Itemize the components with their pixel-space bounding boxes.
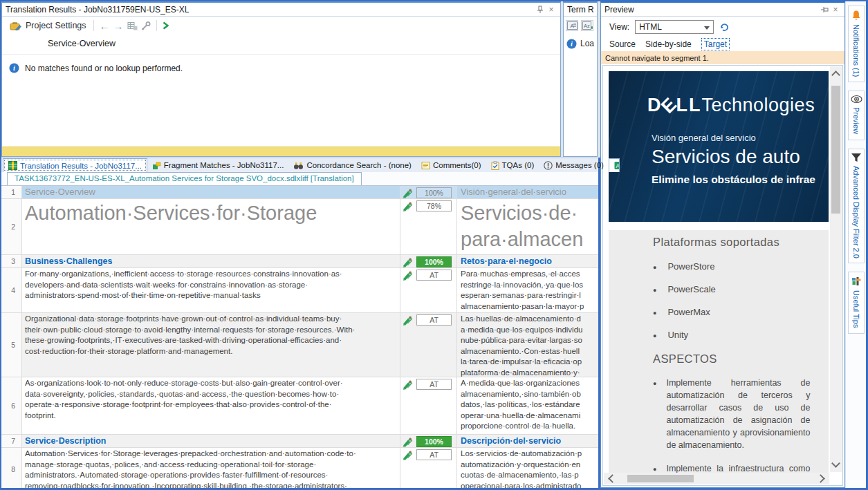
segment-number[interactable]: 2 — [1, 199, 22, 254]
project-settings-button[interactable]: Project Settings — [8, 20, 88, 31]
segment-number[interactable]: 4 — [1, 268, 22, 312]
preview-tab-target[interactable]: Target — [701, 38, 730, 50]
source-cell[interactable]: Automation·Services·for·Storage — [22, 199, 400, 254]
toolbar-separator — [156, 20, 157, 31]
tab-comments[interactable]: Comments(0) — [416, 158, 486, 172]
scroll-right-icon[interactable] — [816, 474, 825, 483]
vertical-scroll-thumb[interactable] — [831, 86, 840, 214]
bullet-icon: ● — [653, 332, 656, 341]
preview-vertical-scrollbar[interactable] — [830, 66, 842, 472]
horizontal-scroll-thumb[interactable] — [627, 475, 694, 482]
preview-tab-source[interactable]: Source — [609, 39, 636, 49]
tab-messages[interactable]: Messages (0) — [539, 158, 609, 172]
refresh-icon[interactable] — [719, 22, 730, 32]
draft-pencil-icon — [403, 450, 414, 460]
source-cell[interactable]: Automation·Services·for·Storage·leverage… — [22, 448, 400, 488]
side-tab-notifications-1[interactable]: Notifications (1) — [848, 6, 865, 82]
preview-title: Preview — [604, 5, 819, 15]
tab-label: Translation Results - JobNo3117... — [20, 162, 142, 170]
segment-number[interactable]: 3 — [1, 255, 22, 267]
preview-panel: Preview × View: HTML SourceSide-by-sideT… — [600, 1, 845, 488]
preview-toolbar: View: HTML — [601, 17, 844, 37]
draft-pencil-icon — [403, 257, 414, 267]
target-cell[interactable]: Visión·general·del·servicio — [457, 186, 598, 198]
side-tab-preview[interactable]: Preview — [848, 91, 865, 140]
pin-icon[interactable] — [535, 5, 546, 15]
tab-tqas[interactable]: TQAs (0) — [486, 158, 539, 172]
banner-subheadline: Elimine los obstáculos de infrae — [609, 168, 829, 186]
segment-number[interactable]: 8 — [1, 448, 22, 488]
preview-tab-side-by-side[interactable]: Side-by-side — [645, 39, 692, 49]
svg-text:Az: Az — [584, 23, 590, 29]
target-cell[interactable]: A·medida·que·las·organizaciones almacena… — [457, 377, 598, 434]
filter-icon — [851, 153, 862, 162]
platforms-list: ●PowerStore●PowerScale●PowerMax●Unity — [653, 261, 819, 341]
side-tab-advanced-display-filter-2-0[interactable]: Advanced Display Filter 2.0 — [848, 149, 865, 264]
target-cell[interactable]: Descripción·del·servicio — [457, 435, 598, 447]
preview-horizontal-scrollbar[interactable] — [604, 473, 829, 484]
source-cell[interactable]: Business·Challenges — [22, 255, 400, 267]
side-tab-useful-tips[interactable]: Useful Tips — [848, 272, 865, 333]
source-cell[interactable]: Service·Overview — [22, 186, 400, 198]
toolbar-separator — [93, 20, 94, 31]
document-tab[interactable]: TASK13673772_EN-US-ES-XL_Automation Serv… — [7, 172, 362, 185]
view-mode-select[interactable]: HTML — [635, 20, 714, 34]
svg-text:i: i — [13, 64, 15, 72]
segment-row-8: 8Automation·Services·for·Storage·leverag… — [1, 448, 598, 488]
segment-number[interactable]: 7 — [1, 435, 22, 447]
back-arrow-icon[interactable]: ← — [100, 21, 110, 31]
source-cell[interactable]: As·organizations·look·to·not·only·reduce… — [22, 377, 400, 434]
draft-pencil-icon — [403, 201, 414, 211]
draft-pencil-icon — [403, 437, 414, 447]
close-icon[interactable]: × — [830, 5, 841, 15]
scroll-up-icon[interactable] — [831, 70, 840, 79]
info-icon: i — [9, 63, 19, 73]
source-cell[interactable]: Organizational·data·storage·footprints·h… — [22, 313, 400, 377]
side-tab-strip: Notifications (1)PreviewAdvanced Display… — [846, 1, 866, 488]
target-cell[interactable]: Servicios·de· para·almacen — [457, 199, 598, 254]
platform-label: Unity — [667, 330, 688, 340]
forward-arrow-icon[interactable]: → — [113, 21, 124, 31]
preview-warning-banner: Cannot navigate to segment 1. — [601, 51, 844, 64]
tab-term-recognition[interactable]: Az Term — [609, 158, 620, 172]
term-recognition-panel: Term Re A Az i Loa — [563, 1, 598, 157]
scroll-down-icon[interactable] — [831, 459, 840, 468]
chevron-down-icon — [704, 26, 710, 30]
close-icon[interactable]: × — [546, 5, 557, 15]
tqas-icon — [491, 161, 499, 170]
match-highlight-bar — [2, 147, 560, 156]
source-cell[interactable]: Service·Description — [22, 435, 400, 447]
segment-number[interactable]: 6 — [1, 377, 22, 434]
apply-translation-icon[interactable] — [163, 21, 169, 30]
segment-status-cell: AT — [400, 313, 457, 377]
batch-lookup-icon[interactable] — [127, 21, 138, 30]
tab-label: Messages (0) — [555, 161, 604, 169]
term-recognition-toolbar: A Az — [564, 17, 597, 35]
tab-label: Fragment Matches - JobNo3117... — [164, 161, 284, 169]
target-cell[interactable]: Retos·para·el·negocio — [457, 255, 598, 267]
platform-item: ●PowerScale — [653, 284, 819, 295]
scroll-left-icon[interactable] — [608, 474, 617, 483]
aspects-list: ●Implemente herramientas de automatizaci… — [653, 377, 819, 478]
target-cell[interactable]: Las·huellas·de·almacenamiento·d a·medida… — [457, 313, 598, 377]
segment-row-2: 2Automation·Services·for·Storage78%Servi… — [1, 199, 598, 255]
tab-fragment-matches[interactable]: Fragment Matches - JobNo3117... — [147, 158, 289, 172]
settings-wrench-icon[interactable] — [141, 21, 151, 30]
svg-text:i: i — [571, 40, 573, 48]
source-cell[interactable]: For·many·organizations,·inefficient·acce… — [22, 268, 400, 312]
termbase-viewer-icon[interactable]: A — [566, 20, 578, 31]
tab-label: TQAs (0) — [502, 161, 535, 169]
translation-results-icon — [8, 161, 17, 170]
tab-translation-results[interactable]: Translation Results - JobNo3117... — [3, 158, 147, 172]
target-cell[interactable]: Para·muchas·empresas,·el·acces restringe… — [457, 268, 598, 312]
auto-hide-pin-icon[interactable] — [819, 5, 830, 15]
segment-number[interactable]: 1 — [1, 186, 22, 198]
tab-concordance-search[interactable]: Concordance Search - (none) — [288, 158, 416, 172]
add-term-icon[interactable]: Az — [581, 20, 593, 31]
side-tab-label: Preview — [852, 107, 860, 134]
match-badge: AT — [416, 449, 452, 460]
segment-number[interactable]: 5 — [1, 313, 22, 377]
term-loading-row: i Loa — [564, 35, 597, 49]
target-cell[interactable]: Los·servicios·de·automatización·p automa… — [457, 448, 598, 488]
lookup-source-text: Service·Overview — [2, 35, 560, 55]
